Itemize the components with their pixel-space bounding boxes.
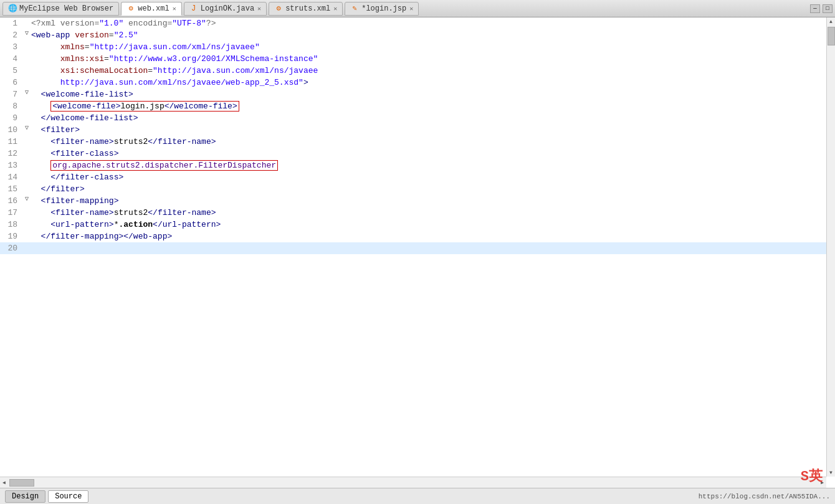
xml-icon: ⚙	[126, 4, 135, 13]
tab-loginjsp[interactable]: ✎ *login.jsp ✕	[345, 2, 419, 16]
tab-bar: 🌐 MyEclipse Web Browser ⚙ web.xml ✕ J Lo…	[0, 0, 835, 17]
table-row: 18 <url-pattern>*.action</url-pattern>	[0, 219, 826, 231]
scroll-up-arrow[interactable]: ▲	[828, 17, 834, 26]
design-tab[interactable]: Design	[5, 490, 45, 503]
close-icon[interactable]: ✕	[333, 5, 337, 12]
table-row: 10 ▽ <filter>	[0, 124, 826, 136]
editor-area: 1 <?xml version="1.0" encoding="UTF-8"?>…	[0, 17, 835, 488]
scroll-h-thumb[interactable]	[9, 479, 34, 487]
table-row: 1 <?xml version="1.0" encoding="UTF-8"?>	[0, 17, 826, 29]
tab-browser[interactable]: 🌐 MyEclipse Web Browser	[2, 2, 119, 16]
table-row: 9 </welcome-file-list>	[0, 112, 826, 124]
minimize-button[interactable]: —	[810, 4, 820, 13]
code-editor[interactable]: 1 <?xml version="1.0" encoding="UTF-8"?>…	[0, 17, 835, 488]
table-row: 2 ▽ <web-app version="2.5"	[0, 29, 826, 41]
table-row: 5 xsi:schemaLocation="http://java.sun.co…	[0, 65, 826, 77]
table-row: 7 ▽ <welcome-file-list>	[0, 88, 826, 100]
source-tab[interactable]: Source	[48, 490, 88, 503]
status-url: https://blog.csdn.net/AN55IDA...	[699, 493, 830, 500]
table-row: 20	[0, 242, 826, 254]
table-row: 13 org.apache.struts2.dispatcher.FilterD…	[0, 159, 826, 171]
tab-struts[interactable]: ⚙ struts.xml ✕	[269, 2, 343, 16]
table-row: 15 </filter>	[0, 183, 826, 195]
window-controls: — □	[810, 4, 833, 13]
scroll-thumb[interactable]	[828, 27, 835, 45]
csdn-watermark: S英	[801, 467, 823, 485]
scroll-left-arrow[interactable]: ◀	[0, 478, 8, 487]
jsp-icon: ✎	[350, 4, 359, 13]
table-row: 11 <filter-name>struts2</filter-name>	[0, 136, 826, 148]
table-row: 17 <filter-name>struts2</filter-name>	[0, 207, 826, 219]
tab-webxml[interactable]: ⚙ web.xml ✕	[121, 2, 181, 16]
close-icon[interactable]: ✕	[173, 5, 176, 12]
status-bar: Design Source https://blog.csdn.net/AN55…	[0, 488, 835, 504]
table-row: 19 </filter-mapping></web-app>	[0, 231, 826, 242]
tab-loginok[interactable]: J LoginOK.java ✕	[184, 2, 267, 16]
close-icon[interactable]: ✕	[409, 5, 413, 12]
table-row: 4 xmlns:xsi="http://www.w3.org/2001/XMLS…	[0, 53, 826, 65]
table-row: 16 ▽ <filter-mapping>	[0, 195, 826, 207]
close-icon[interactable]: ✕	[257, 5, 261, 12]
table-row: 8 <welcome-file>login.jsp</welcome-file>	[0, 100, 826, 112]
scroll-down-arrow[interactable]: ▼	[828, 468, 834, 477]
table-row: 3 xmlns="http://java.sun.com/xml/ns/java…	[0, 41, 826, 53]
vertical-scrollbar[interactable]: ▲ ▼	[826, 17, 835, 477]
maximize-button[interactable]: □	[823, 4, 833, 13]
table-row: 14 </filter-class>	[0, 171, 826, 183]
struts-icon: ⚙	[274, 4, 283, 13]
java-icon: J	[189, 4, 198, 13]
globe-icon: 🌐	[8, 4, 17, 13]
table-row: 12 <filter-class>	[0, 148, 826, 159]
table-row: 6 http://java.sun.com/xml/ns/javaee/web-…	[0, 77, 826, 88]
horizontal-scrollbar[interactable]: ◀ ▶	[0, 477, 826, 488]
